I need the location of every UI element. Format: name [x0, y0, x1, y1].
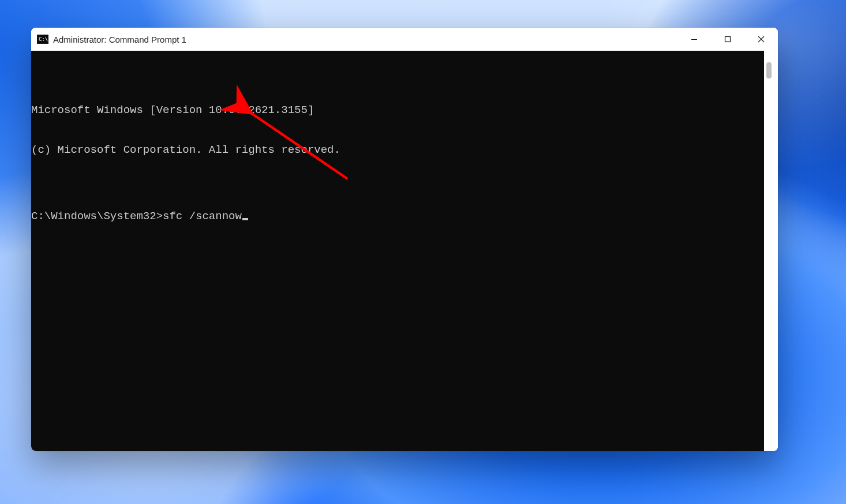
- close-icon: [758, 36, 765, 43]
- vertical-scrollbar[interactable]: [764, 51, 778, 451]
- titlebar[interactable]: C:\ Administrator: Command Prompt 1: [31, 28, 778, 51]
- svg-rect-4: [725, 37, 731, 42]
- maximize-button[interactable]: [711, 28, 744, 51]
- svg-text:C:\: C:\: [39, 36, 48, 42]
- window-controls: [677, 28, 778, 51]
- command-input[interactable]: sfc /scannow: [163, 210, 242, 223]
- close-button[interactable]: [744, 28, 778, 51]
- output-line-version: Microsoft Windows [Version 10.0.22621.31…: [31, 104, 764, 117]
- text-cursor: [242, 218, 248, 220]
- output-line-copyright: (c) Microsoft Corporation. All rights re…: [31, 144, 764, 157]
- client-area: Microsoft Windows [Version 10.0.22621.31…: [31, 51, 778, 451]
- scrollbar-thumb[interactable]: [766, 62, 772, 78]
- prompt-path: C:\Windows\System32>: [31, 210, 163, 223]
- maximize-icon: [724, 36, 731, 43]
- svg-rect-3: [691, 39, 697, 40]
- cmd-icon: C:\: [37, 35, 48, 44]
- window-title: Administrator: Command Prompt 1: [53, 35, 186, 44]
- console-output[interactable]: Microsoft Windows [Version 10.0.22621.31…: [31, 51, 764, 451]
- prompt-line[interactable]: C:\Windows\System32>sfc /scannow: [31, 210, 764, 223]
- minimize-button[interactable]: [677, 28, 711, 51]
- command-prompt-window: C:\ Administrator: Command Prompt 1: [31, 28, 778, 451]
- minimize-icon: [691, 36, 698, 43]
